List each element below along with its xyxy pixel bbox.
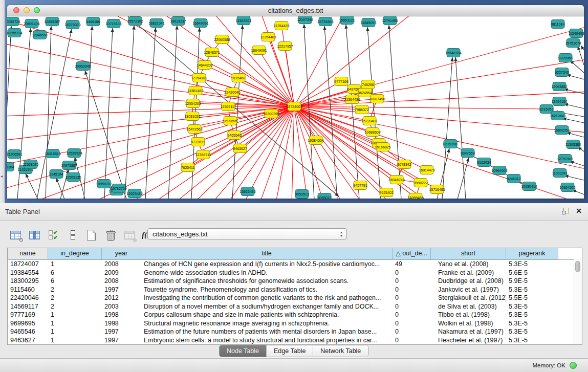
cell-title[interactable]: Genome-wide association studies in ADHD. (141, 269, 393, 277)
graph-node[interactable]: 9463627 (233, 144, 247, 153)
table-row[interactable]: 946362711997Embryonic stem cells: a mode… (8, 336, 582, 345)
delete-column-button[interactable] (104, 229, 117, 242)
cell-short[interactable]: de Silva et al. (2003) (431, 302, 506, 311)
cell-in_degree[interactable]: 1 (48, 336, 102, 345)
graph-node[interactable]: 16649091 (192, 19, 208, 28)
graph-canvas[interactable]: 2005572420891406106552871527802064661601… (7, 16, 584, 199)
cell-in_degree[interactable]: 1 (48, 260, 102, 269)
graph-node[interactable]: 21364436 (344, 95, 360, 104)
cell-title[interactable]: Estimation of the future numbers of pati… (141, 327, 393, 336)
table-row[interactable]: 1872400712008Changes of HCN gene express… (8, 260, 582, 269)
graph-node[interactable]: 19734593 (317, 17, 333, 26)
cell-pagerank[interactable]: 5.3E-5 (506, 302, 558, 311)
graph-node[interactable]: 15278020 (64, 20, 80, 29)
cell-title[interactable]: Disruption of a novel member of a sodium… (141, 302, 393, 311)
cell-title[interactable]: Embryonic stem cells: a model to study s… (141, 336, 393, 345)
row-height-button[interactable] (66, 229, 79, 242)
cell-short[interactable]: Nakamura et al. (1997) (431, 327, 506, 336)
cell-out_de[interactable]: 0 (393, 319, 431, 328)
cell-title[interactable]: Investigating the contribution of common… (141, 294, 393, 302)
graph-node[interactable]: 11254439 (274, 21, 290, 30)
graph-node[interactable]: 11595380 (565, 140, 581, 149)
graph-node[interactable]: 15572302 (127, 17, 143, 26)
cell-name[interactable]: 22420046 (8, 294, 48, 302)
graph-node[interactable]: 13923485 (239, 187, 255, 196)
cell-year[interactable]: 1998 (102, 311, 141, 319)
graph-node[interactable]: 18300295 (263, 110, 279, 118)
graph-node[interactable]: 22060588 (214, 35, 230, 44)
cell-name[interactable]: 9777169 (8, 311, 48, 319)
cell-pagerank[interactable]: 5.9E-5 (506, 277, 558, 286)
table-panel-titlebar[interactable]: Table Panel ✕ (0, 203, 588, 221)
cell-short[interactable]: Franke et al. (2009) (431, 269, 506, 277)
cell-name[interactable]: 18300295 (8, 277, 48, 286)
graph-node[interactable]: 15720407 (361, 117, 377, 125)
graph-node[interactable]: 12754101 (191, 74, 207, 82)
column-header-year[interactable]: year (102, 248, 141, 259)
cell-short[interactable]: Tibbo et al. (1998) (431, 311, 506, 319)
cell-out_de[interactable]: 49 (393, 260, 431, 269)
graph-node[interactable]: 9811014 (551, 20, 565, 29)
graph-node[interactable]: 7625411 (181, 163, 195, 172)
graph-node[interactable]: 9115460 (232, 74, 246, 82)
cell-in_degree[interactable]: 1 (48, 327, 102, 336)
create-column-button[interactable] (85, 229, 98, 242)
cell-title[interactable]: Tourette syndrome. Phenomenology and cla… (141, 286, 393, 294)
graph-node[interactable]: 11549408 (569, 29, 584, 38)
graph-node[interactable]: 11581460 (188, 86, 204, 95)
graph-node[interactable]: 9245012 (507, 174, 520, 183)
column-header-in_degree[interactable]: in_degree (48, 248, 102, 259)
table-mode-button[interactable]: ⚙ (9, 229, 23, 242)
graph-node[interactable]: 12197343 (297, 16, 313, 24)
tab-node-table[interactable]: Node Table (220, 345, 267, 357)
graph-node[interactable]: 12046591 (32, 31, 48, 39)
graph-node[interactable]: 15166825 (375, 143, 390, 151)
graph-node[interactable]: 10958107 (96, 180, 112, 188)
table-row[interactable]: 1456911722003Disruption of a novel membe… (8, 302, 582, 311)
tab-network-table[interactable]: Network Table (313, 345, 368, 357)
column-header-out_de[interactable]: △ out_de... (393, 248, 431, 259)
graph-node[interactable]: 16782759 (111, 184, 126, 193)
graph-node[interactable]: 15692951 (554, 126, 570, 135)
graph-node[interactable]: 12791903 (557, 155, 573, 163)
cell-out_de[interactable]: 0 (393, 336, 431, 345)
cell-out_de[interactable]: 0 (393, 327, 431, 336)
graph-node[interactable]: 11003041 (552, 169, 568, 178)
graph-node[interactable]: 12539924 (66, 149, 82, 158)
tab-edge-table[interactable]: Edge Table (267, 345, 313, 357)
graph-node[interactable]: 10975887 (61, 161, 77, 170)
graph-node[interactable]: 20055724 (7, 17, 20, 26)
cell-name[interactable]: 9463627 (8, 336, 48, 345)
float-panel-icon[interactable] (562, 208, 569, 214)
table-row[interactable]: 911546021997Tourette syndrome. Phenomeno… (8, 286, 582, 294)
graph-node[interactable]: 25206591 (7, 150, 23, 159)
cell-title[interactable]: Corpus callosum shape and size in male p… (141, 311, 393, 319)
column-header-short[interactable]: short (431, 248, 506, 259)
graph-node[interactable]: 1145194 (50, 170, 63, 179)
cell-name[interactable]: 9465546 (8, 327, 48, 336)
graph-node[interactable]: 7986372 (355, 105, 368, 114)
graph-node[interactable]: 15472563 (186, 125, 202, 134)
graph-node[interactable]: 12217957 (277, 42, 293, 51)
cell-in_degree[interactable]: 6 (48, 277, 102, 286)
table-row[interactable]: 969969511998Structural magnetic resonanc… (8, 319, 582, 328)
column-header-pagerank[interactable]: pagerank (506, 248, 558, 259)
table-row[interactable]: 977716911998Corpus callosum shape and si… (8, 311, 582, 319)
cell-in_degree[interactable]: 2 (48, 302, 102, 311)
cell-year[interactable]: 1997 (102, 286, 141, 294)
graph-node[interactable]: 9465546 (227, 131, 241, 140)
table-row[interactable]: 1830029562008Estimation of significance … (8, 277, 582, 286)
scrollbar-thumb[interactable] (575, 261, 580, 272)
cell-in_degree[interactable]: 1 (48, 319, 102, 328)
cell-title[interactable]: Changes of HCN gene expression and I(f) … (141, 260, 393, 269)
graph-node[interactable]: 8678342 (397, 160, 411, 169)
graph-node[interactable]: 12254403 (260, 33, 276, 41)
graph-node[interactable]: 19619237 (170, 17, 186, 26)
cell-out_de[interactable]: 0 (393, 302, 431, 311)
graph-node[interactable]: 11645093 (361, 18, 377, 27)
graph-node[interactable]: 9777169 (334, 77, 348, 86)
graph-node[interactable]: 20053346 (75, 62, 91, 71)
graph-node[interactable]: 9699695 (223, 117, 237, 125)
cell-pagerank[interactable]: 5.3E-5 (506, 319, 558, 328)
graph-node[interactable]: 10807490 (369, 95, 385, 103)
